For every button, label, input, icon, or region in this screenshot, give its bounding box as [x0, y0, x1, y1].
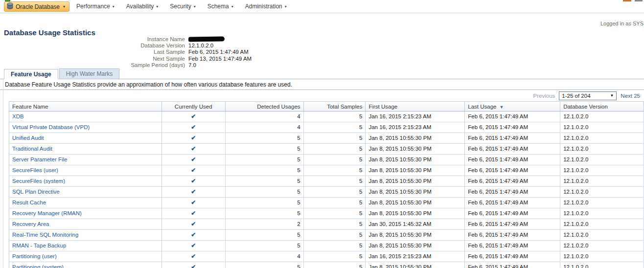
first-usage-cell: Jan 8, 2015 10:55:30 PM — [366, 198, 465, 208]
feature-link[interactable]: Recovery Area — [12, 221, 49, 227]
detected-usages-cell: 4 — [226, 112, 304, 122]
currently-used-cell: ✔ — [162, 187, 226, 198]
last-usage-cell: Feb 6, 2015 1:47:49 AM — [465, 112, 560, 122]
detected-usages-cell: 5 — [226, 133, 304, 144]
feature-link[interactable]: Partitioning (user) — [12, 253, 57, 259]
feature-link[interactable]: SecureFiles (user) — [12, 167, 58, 173]
checkmark-icon: ✔ — [191, 156, 196, 163]
column-header-detected-usages[interactable]: Detected Usages — [226, 101, 304, 112]
last-usage-cell: Feb 6, 2015 1:47:49 AM — [465, 251, 560, 262]
feature-name-cell: Partitioning (system) — [9, 262, 162, 268]
table-row: SecureFiles (user) ✔ 5 5 Jan 8, 2015 10:… — [9, 165, 644, 176]
database-version-cell: 12.1.0.2.0 — [560, 165, 644, 176]
feature-link[interactable]: XDB — [12, 113, 24, 119]
feature-name-cell: SecureFiles (system) — [9, 176, 162, 187]
total-samples-cell: 5 — [304, 251, 366, 262]
oracle-database-menu-button[interactable]: Oracle Database ▾ — [4, 1, 69, 12]
first-usage-cell: Jan 8, 2015 10:55:30 PM — [366, 144, 465, 155]
menu-performance[interactable]: Performance ▾ — [76, 3, 115, 10]
database-version-cell: 12.1.0.2.0 — [560, 230, 644, 241]
menu-security[interactable]: Security ▾ — [170, 3, 195, 10]
detected-usages-cell: 5 — [226, 262, 304, 268]
detected-usages-cell: 4 — [226, 122, 304, 133]
menu-administration[interactable]: Administration ▾ — [245, 3, 287, 10]
info-row-last-sample: Last Sample Feb 6, 2015 1:47:49 AM — [0, 49, 252, 55]
database-version-cell: 12.1.0.2.0 — [560, 219, 644, 230]
currently-used-cell: ✔ — [162, 144, 226, 155]
table-row: XDB ✔ 4 5 Jan 16, 2015 2:15:23 AM Feb 6,… — [9, 112, 644, 122]
panel-left-border — [3, 80, 3, 268]
menu-availability[interactable]: Availability ▾ — [126, 3, 159, 10]
total-samples-cell: 5 — [304, 176, 366, 187]
feature-link[interactable]: Traditional Audit — [12, 146, 52, 152]
total-samples-cell: 5 — [304, 241, 366, 251]
table-row: Traditional Audit ✔ 5 5 Jan 8, 2015 10:5… — [9, 144, 644, 155]
feature-link[interactable]: Partitioning (system) — [12, 264, 64, 268]
feature-link[interactable]: Virtual Private Database (VPD) — [12, 124, 90, 130]
table-row: Virtual Private Database (VPD) ✔ 4 5 Jan… — [9, 122, 644, 133]
page-range-select[interactable]: 1-25 of 204 ▼ — [559, 91, 617, 100]
currently-used-cell: ✔ — [162, 133, 226, 144]
info-row-sample-period: Sample Period (days) 7.0 — [0, 62, 252, 68]
first-usage-cell: Jan 16, 2015 2:15:23 AM — [366, 122, 465, 133]
table-row: Partitioning (user) ✔ 4 5 Jan 16, 2015 2… — [9, 251, 644, 262]
menu-schema[interactable]: Schema ▾ — [207, 3, 233, 10]
currently-used-cell: ✔ — [162, 208, 226, 219]
feature-link[interactable]: Recovery Manager (RMAN) — [12, 210, 82, 216]
detected-usages-cell: 5 — [226, 198, 304, 208]
info-label: Database Version — [0, 43, 188, 49]
detected-usages-cell: 5 — [226, 144, 304, 155]
feature-link[interactable]: SQL Plan Directive — [12, 189, 60, 195]
tab-feature-usage[interactable]: Feature Usage — [4, 69, 58, 79]
detected-usages-cell: 5 — [226, 208, 304, 219]
column-header-feature-name[interactable]: Feature Name — [9, 101, 162, 112]
column-header-last-usage[interactable]: Last Usage▼ — [465, 101, 560, 112]
last-usage-cell: Feb 6, 2015 1:47:49 AM — [465, 155, 560, 165]
cropped-icon-fragment — [5, 0, 10, 1]
menu-label: Security — [170, 3, 191, 10]
table-row: SecureFiles (system) ✔ 5 5 Jan 8, 2015 1… — [9, 176, 644, 187]
info-label: Sample Period (days) — [0, 62, 188, 68]
checkmark-icon: ✔ — [191, 178, 196, 184]
database-version-cell: 12.1.0.2.0 — [560, 262, 644, 268]
last-usage-cell: Feb 6, 2015 1:47:49 AM — [465, 187, 560, 198]
column-header-label: Last Usage — [468, 104, 496, 110]
column-header-database-version[interactable]: Database Version — [560, 101, 644, 112]
currently-used-cell: ✔ — [162, 122, 226, 133]
detected-usages-cell: 5 — [226, 165, 304, 176]
feature-link[interactable]: Result Cache — [12, 200, 46, 205]
column-header-currently-used[interactable]: Currently Used — [162, 101, 226, 112]
feature-usage-description: Database Feature Usage Statistics provid… — [0, 79, 644, 90]
menu-items: Performance ▾ Availability ▾ Security ▾ … — [76, 3, 287, 10]
last-usage-cell: Feb 6, 2015 1:47:49 AM — [465, 219, 560, 230]
info-value: 7.0 — [188, 62, 196, 68]
table-row: Unified Audit ✔ 5 5 Jan 8, 2015 10:55:30… — [9, 133, 644, 144]
total-samples-cell: 5 — [304, 112, 366, 122]
feature-link[interactable]: Server Parameter File — [12, 156, 67, 162]
database-version-cell: 12.1.0.2.0 — [560, 187, 644, 198]
last-usage-cell: Feb 6, 2015 1:47:49 AM — [465, 122, 560, 133]
checkmark-icon: ✔ — [191, 253, 196, 260]
next-25-button[interactable]: Next 25 — [621, 93, 640, 99]
checkmark-icon: ✔ — [191, 199, 196, 206]
table-row: Real-Time SQL Monitoring ✔ 5 5 Jan 8, 20… — [9, 230, 644, 241]
currently-used-cell: ✔ — [162, 198, 226, 208]
feature-link[interactable]: SecureFiles (system) — [12, 178, 65, 184]
column-header-total-samples[interactable]: Total Samples — [304, 101, 366, 112]
total-samples-cell: 5 — [304, 122, 366, 133]
menu-label: Schema — [207, 3, 229, 10]
previous-button: Previous — [533, 93, 555, 99]
total-samples-cell: 5 — [304, 219, 366, 230]
feature-link[interactable]: Unified Audit — [12, 135, 44, 141]
feature-link[interactable]: Real-Time SQL Monitoring — [12, 232, 78, 238]
tab-high-water-marks[interactable]: High Water Marks — [59, 68, 120, 79]
feature-link[interactable]: RMAN - Tape Backup — [12, 243, 66, 248]
total-samples-cell: 5 — [304, 262, 366, 268]
page-range-value: 1-25 of 204 — [562, 93, 590, 99]
chevron-down-icon: ▾ — [63, 4, 65, 9]
info-row-instance-name: Instance Name — [0, 36, 252, 43]
column-header-first-usage[interactable]: First Usage — [366, 101, 465, 112]
database-version-cell: 12.1.0.2.0 — [560, 112, 644, 122]
checkmark-icon: ✔ — [191, 145, 196, 152]
info-label: Instance Name — [0, 36, 188, 43]
